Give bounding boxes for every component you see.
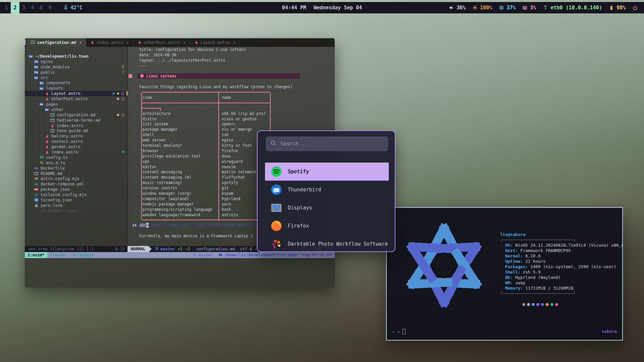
tree-item-Dockerfile[interactable]: Dockerfile (25, 166, 127, 171)
power-module[interactable] (632, 5, 638, 11)
fetch-label: DE: (505, 275, 513, 280)
tmux-window-2node[interactable]: 2:node- (47, 252, 70, 258)
table-cell-item: window manager (xorg) (143, 191, 191, 196)
tree-item-fediverse-terms.md[interactable]: │││fediverse-terms.md (25, 118, 127, 123)
vim-cursor: > (146, 223, 149, 228)
tree-item-docker-compose.yml[interactable]: docker-compose.yml (25, 181, 127, 187)
terminal-window[interactable]: liv@sakura┌────────────────────────────┐… (386, 207, 623, 341)
tab-close-icon[interactable]: × (233, 40, 235, 45)
palette-dot (541, 303, 544, 306)
neo-tree-panel[interactable]: ~/Development/liv.townnginxnode_modulesE… (25, 47, 127, 246)
volume-module[interactable]: 36% (449, 5, 466, 11)
tree-item-README.md[interactable]: README.md (25, 171, 127, 176)
tab-otherPost.astro[interactable]: otherPost.astro× (133, 38, 191, 47)
tree-item-config.ts[interactable]: │TSconfig.ts (25, 155, 127, 160)
shell-prompt[interactable]: ~ > (392, 329, 406, 335)
tree-item-tone-guide.md[interactable]: ││└tone-guide.md (25, 128, 127, 133)
tree-item-label: package.json (41, 187, 70, 192)
tree-guide: │ (39, 144, 44, 149)
tree-item-public[interactable]: public? (25, 70, 127, 75)
tree-item-6hiddenitems[interactable]: (6 hidden items) (25, 208, 127, 214)
tree-item-package.json[interactable]: package.json (25, 187, 127, 192)
table-cell-name: nginx (222, 138, 233, 142)
gpu-module[interactable]: 3% (522, 5, 536, 11)
tab-close-icon[interactable]: × (79, 40, 82, 45)
tree-item-configuration.md[interactable]: │││configuration.md (25, 112, 127, 118)
tree-item-label: tsconfig.json (41, 198, 72, 202)
astro-icon (90, 40, 95, 46)
tab-configuration.md[interactable]: configuration.md× (26, 38, 86, 47)
workspace-2[interactable]: 2 (11, 2, 19, 13)
tree-item-index.astro[interactable]: │││index.astro (25, 123, 127, 128)
tree-item-balcony.astro[interactable]: ││balcony.astro (25, 133, 127, 139)
line-number: 1 (128, 218, 137, 222)
tree-item-tailwind.config.mjs[interactable]: tailwind.config.mjs (25, 192, 127, 197)
workspace-8[interactable]: 8 (37, 2, 46, 13)
tree-item-label: Layout.astro (51, 91, 80, 96)
tree-item-nginx[interactable]: nginx (25, 59, 127, 64)
tree-item-badges (117, 114, 124, 116)
table-cell-item: music (streaming) (143, 180, 182, 185)
launcher-item-thunderbird[interactable]: Thunderbird (265, 181, 389, 199)
status-bar: 123489 42°C 04:44 PM Wednesday Sep 04 36… (0, 2, 644, 13)
tree-item-label: layouts (46, 86, 63, 90)
search-input[interactable]: Search... (266, 136, 388, 151)
line-number: 14 (128, 148, 137, 153)
workspace-9[interactable]: 9 (46, 2, 54, 13)
tree-item-tsconfig.json[interactable]: TStsconfig.json (25, 197, 127, 203)
line-number: 3 (128, 239, 137, 244)
workspace-3[interactable]: 3 (19, 2, 28, 13)
tree-root[interactable]: ~/Development/liv.town (25, 54, 127, 59)
tree-item-garden.astro[interactable]: ││garden.astro (25, 144, 127, 149)
tree-item-src[interactable]: src (25, 75, 127, 80)
tmux-window-1nvim[interactable]: 1:nvim* (25, 252, 47, 258)
tab-close-icon[interactable]: × (183, 40, 186, 45)
tree-item-contact.astro[interactable]: ││contact.astro (25, 139, 127, 144)
network-module[interactable]: eth0 (10.0.0.140) (543, 5, 602, 11)
tree-item-env.d.ts[interactable]: └TSenv.d.ts (25, 160, 127, 166)
launcher-item-darktable[interactable]: Darktable Photo Workflow Software (265, 235, 389, 252)
power-icon (632, 5, 638, 11)
tab-close-icon[interactable]: × (126, 40, 129, 45)
folder-icon (39, 81, 44, 85)
palette-dot (550, 303, 553, 306)
workspace-1[interactable]: 1 (2, 2, 11, 13)
heading-text: Linux systems (146, 74, 176, 78)
fetch-indent (500, 253, 505, 258)
tree-item-pages[interactable]: │pages (25, 102, 127, 107)
tree-guide: │ (44, 113, 50, 117)
tree-item-yarn.lock[interactable]: yarn.lock (25, 203, 127, 208)
git-blame-text: You, 5 days ago - feat: write rough post… (149, 223, 253, 228)
line-text: <br> (137, 244, 149, 246)
tree-item-astro.config.mjs[interactable]: JSastro.config.mjs (25, 176, 127, 181)
buffer-line: 27Linux systems (128, 73, 335, 79)
tree-item-Layout.astro[interactable]: ││Layout.astroH (25, 91, 127, 96)
host-label: sakura (602, 329, 617, 334)
fetch-indent (500, 243, 505, 248)
table-cell-name: openrc (222, 122, 236, 126)
workspace-4[interactable]: 4 (28, 2, 37, 13)
tmux-window-3lazygit[interactable]: 3:lazygit (69, 252, 97, 258)
tree-item-components[interactable]: │components (25, 80, 127, 85)
cpu-module[interactable]: 37% (499, 5, 516, 11)
brightness-module[interactable]: 100% (472, 5, 492, 11)
temperature-widget: 42°C (63, 5, 83, 11)
tree-guide: │ (39, 91, 44, 96)
launcher-item-firefox[interactable]: Firefox (265, 217, 389, 235)
tree-item-other[interactable]: ││other (25, 107, 127, 112)
nixos-logo (394, 215, 494, 317)
modified-dot-icon (117, 93, 119, 95)
tab-index.astro[interactable]: index.astro× (86, 38, 133, 47)
launcher-item-displays[interactable]: Displays (265, 199, 389, 217)
tree-guide: │ (34, 86, 39, 90)
table-cell-item: package manager (143, 127, 177, 132)
tree-item-otherPost.astro[interactable]: │└otherPost.astro (25, 96, 127, 102)
tree-item-index.astro[interactable]: │└index.astroH (25, 149, 127, 155)
tab-Layout.astro[interactable]: Layout.astro× (190, 38, 240, 47)
tree-item-layouts[interactable]: │layouts (25, 85, 127, 91)
buffer-line: 28 (128, 68, 335, 74)
battery-module[interactable]: 98% (609, 5, 626, 11)
table-cell-item: vpn (143, 159, 150, 164)
tree-item-nodemodules[interactable]: node_modulesE (25, 64, 127, 70)
launcher-item-spotify[interactable]: Spotify (265, 163, 389, 181)
